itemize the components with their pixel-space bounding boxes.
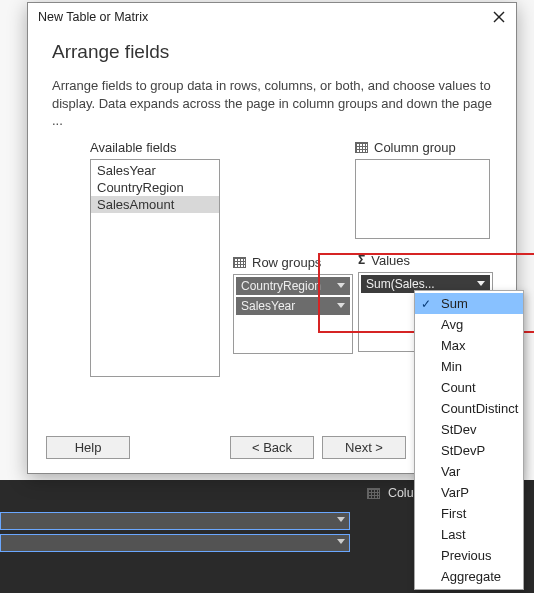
available-field-item[interactable]: CountryRegion: [91, 179, 219, 196]
available-field-item[interactable]: SalesAmount: [91, 196, 219, 213]
chevron-down-icon: [337, 303, 345, 308]
aggregate-menu-item[interactable]: ✓Sum: [415, 293, 523, 314]
help-button[interactable]: Help: [46, 436, 130, 459]
aggregate-dropdown-menu[interactable]: ✓SumAvgMaxMinCountCountDistinctStDevStDe…: [414, 290, 524, 590]
aggregate-menu-item[interactable]: Min: [415, 356, 523, 377]
check-icon: ✓: [421, 297, 431, 311]
column-groups-section: Column group: [355, 140, 490, 239]
next-button[interactable]: Next >: [322, 436, 406, 459]
aggregate-menu-item[interactable]: StDev: [415, 419, 523, 440]
aggregate-menu-item[interactable]: CountDistinct: [415, 398, 523, 419]
column-groups-label: Column group: [374, 140, 456, 155]
row-groups-label: Row groups: [252, 255, 321, 270]
aggregate-menu-item[interactable]: Last: [415, 524, 523, 545]
page-description: Arrange fields to group data in rows, co…: [28, 65, 516, 130]
page-heading: Arrange fields: [28, 27, 516, 65]
values-label: Values: [371, 253, 410, 268]
title-bar: New Table or Matrix: [28, 3, 516, 27]
row-groups-dropzone[interactable]: CountryRegionSalesYear: [233, 274, 353, 354]
close-icon: [493, 11, 505, 23]
aggregate-menu-item[interactable]: Avg: [415, 314, 523, 335]
chevron-down-icon: [337, 283, 345, 288]
table-icon: [367, 488, 380, 499]
chevron-down-icon: [477, 281, 485, 286]
row-group-chip[interactable]: CountryRegion: [236, 277, 350, 295]
back-button[interactable]: < Back: [230, 436, 314, 459]
close-button[interactable]: [490, 10, 508, 25]
aggregate-menu-item[interactable]: Var: [415, 461, 523, 482]
aggregate-menu-item[interactable]: Aggregate: [415, 566, 523, 587]
available-fields-section: Available fields SalesYearCountryRegionS…: [90, 140, 220, 377]
row-groups-section: Row groups CountryRegionSalesYear: [233, 255, 353, 354]
table-icon: [355, 142, 368, 153]
row-group-chip[interactable]: SalesYear: [236, 297, 350, 315]
aggregate-menu-item[interactable]: StDevP: [415, 440, 523, 461]
table-icon: [233, 257, 246, 268]
bg-field-slot[interactable]: [0, 512, 350, 530]
dialog-title: New Table or Matrix: [38, 10, 148, 24]
aggregate-menu-item[interactable]: Previous: [415, 545, 523, 566]
aggregate-menu-item[interactable]: VarP: [415, 482, 523, 503]
aggregate-menu-item[interactable]: Max: [415, 335, 523, 356]
sigma-icon: Σ: [358, 253, 365, 267]
aggregate-menu-item[interactable]: Count: [415, 377, 523, 398]
available-fields-list[interactable]: SalesYearCountryRegionSalesAmount: [90, 159, 220, 377]
available-field-item[interactable]: SalesYear: [91, 162, 219, 179]
bg-design-strip: [0, 508, 350, 568]
available-fields-label: Available fields: [90, 140, 220, 155]
aggregate-menu-item[interactable]: First: [415, 503, 523, 524]
column-groups-dropzone[interactable]: [355, 159, 490, 239]
bg-field-slot[interactable]: [0, 534, 350, 552]
